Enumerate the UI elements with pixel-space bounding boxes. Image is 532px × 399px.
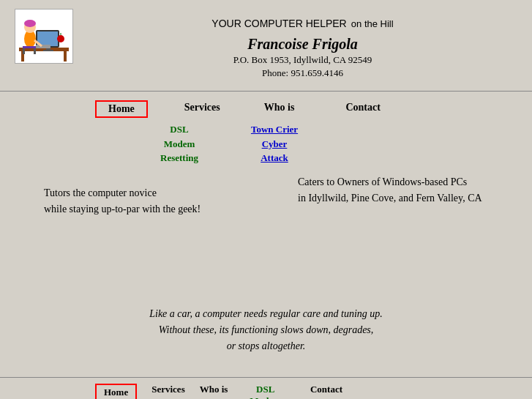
bottom-modem-button[interactable]: Modem [250, 395, 281, 399]
svg-rect-2 [64, 51, 67, 61]
bottom-whois-button[interactable]: Who is [200, 384, 228, 395]
owner-address: P.O. Box 1953, Idyllwild, CA 92549 [88, 54, 517, 66]
subnav-cyber[interactable]: Cyber [262, 137, 288, 152]
nav-services-button[interactable]: Services [184, 100, 220, 115]
bottom-contact-button[interactable]: Contact [310, 384, 342, 395]
site-title: YOUR COMPUTER HELPER on the Hill [88, 12, 517, 31]
right-line2: in Idyllwild, Pine Cove, and Fern Valley… [298, 190, 517, 206]
svg-rect-6 [43, 50, 53, 51]
svg-rect-14 [23, 46, 36, 48]
right-description: Caters to Owners of Windows-based PCs in… [298, 174, 517, 207]
bottom-services-button[interactable]: Services [151, 384, 184, 395]
right-line1: Caters to Owners of Windows-based PCs [298, 174, 517, 190]
title-subtitle: on the Hill [351, 18, 394, 29]
header-divider [0, 91, 532, 92]
svg-rect-7 [36, 45, 50, 48]
svg-rect-15 [23, 48, 25, 54]
header: YOUR COMPUTER HELPER on the Hill Francoi… [0, 0, 532, 85]
bottom-dsl-modem-group: DSL Modem [250, 384, 281, 399]
quote-line3: or stops altogether. [29, 338, 503, 354]
quote-section: Like a car, a computer needs regular car… [0, 284, 532, 370]
svg-point-12 [57, 35, 64, 42]
owner-phone: Phone: 951.659.4146 [88, 67, 517, 79]
subnav-modem[interactable]: Modem [164, 137, 195, 152]
nav-bar: Home Services Who is Contact [0, 97, 532, 121]
subnav-town-crier[interactable]: Town Crier [251, 122, 298, 137]
subnav-attack[interactable]: Attack [261, 151, 288, 165]
bottom-dsl-button[interactable]: DSL [256, 384, 274, 395]
title-main: YOUR COMPUTER HELPER [211, 18, 346, 29]
main-content: Tutors the computer novice while staying… [0, 167, 532, 284]
svg-rect-16 [34, 48, 36, 54]
subnav-resetting[interactable]: Resetting [160, 151, 198, 165]
subnav-dsl[interactable]: DSL [170, 122, 188, 137]
nav-home-button[interactable]: Home [95, 100, 148, 118]
quote-line1: Like a car, a computer needs regular car… [29, 306, 503, 322]
page-wrapper: YOUR COMPUTER HELPER on the Hill Francoi… [0, 0, 532, 399]
sub-nav: DSL Modem Resetting Town Crier Cyber Att… [0, 121, 532, 167]
quote-text: Like a car, a computer needs regular car… [29, 306, 503, 355]
bottom-home-button[interactable]: Home [95, 384, 137, 399]
quote-line2: Without these, its functioning slows dow… [29, 322, 503, 338]
logo-image [15, 9, 73, 64]
sub-nav-right: Town Crier Cyber Attack [241, 122, 307, 165]
header-text-block: YOUR COMPUTER HELPER on the Hill Francoi… [88, 9, 517, 79]
owner-name: Francoise Frigola [88, 36, 517, 53]
svg-point-10 [24, 20, 36, 27]
sub-nav-left: DSL Modem Resetting [146, 122, 212, 165]
nav-whois-button[interactable]: Who is [264, 100, 295, 115]
bottom-nav: Home Services Who is DSL Modem Contact [0, 377, 532, 399]
nav-contact-button[interactable]: Contact [345, 100, 380, 115]
